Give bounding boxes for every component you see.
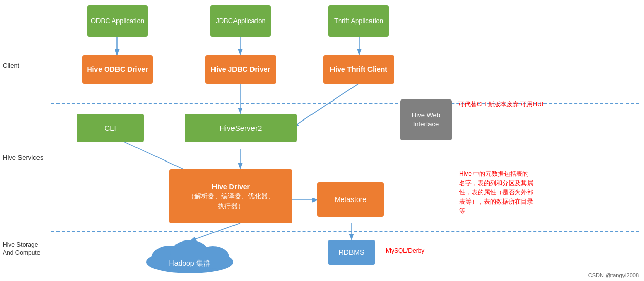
diagram-container: Client Hive Services Hive StorageAnd Com… [0,0,644,281]
svg-line-6 [292,83,359,127]
rdbms-box: RDBMS [328,240,375,265]
jdbc-app-box: JDBCApplication [210,5,271,37]
hiveserver2-box: HiveServer2 [185,114,297,142]
divider-1 [51,103,639,104]
svg-line-10 [190,223,240,241]
client-label: Client [3,62,54,70]
cli-box: CLI [77,114,144,142]
hive-jdbc-box: Hive JDBC Driver [205,55,276,84]
svg-text:Hadoop 集群: Hadoop 集群 [169,259,211,267]
metastore-box: Metastore [317,182,384,217]
hive-storage-label: Hive StorageAnd Compute [3,241,51,257]
hive-web-note: 可代替CLI 新版本废弃 可用HUE [458,99,546,109]
odbc-app-box: ODBC Application [87,5,148,37]
hive-web-box: Hive Web Interface [400,99,452,140]
rdbms-note: MySQL/Derby [386,246,424,255]
hadoop-box: Hadoop 集群 [139,239,241,276]
hive-services-label: Hive Services [3,154,51,163]
divider-2 [51,231,639,232]
hive-odbc-box: Hive ODBC Driver [82,55,153,84]
metastore-note: Hive 中的元数据包括表的名字，表的列和分区及其属性，表的属性（是否为外部表等… [459,169,623,215]
hive-driver-box: Hive Driver （解析器、编译器、优化器、执行器） [169,169,292,223]
hive-thrift-box: Hive Thrift Client [323,55,394,84]
watermark: CSDN @tangyi2008 [588,272,639,278]
thrift-app-box: Thrift Application [328,5,389,37]
